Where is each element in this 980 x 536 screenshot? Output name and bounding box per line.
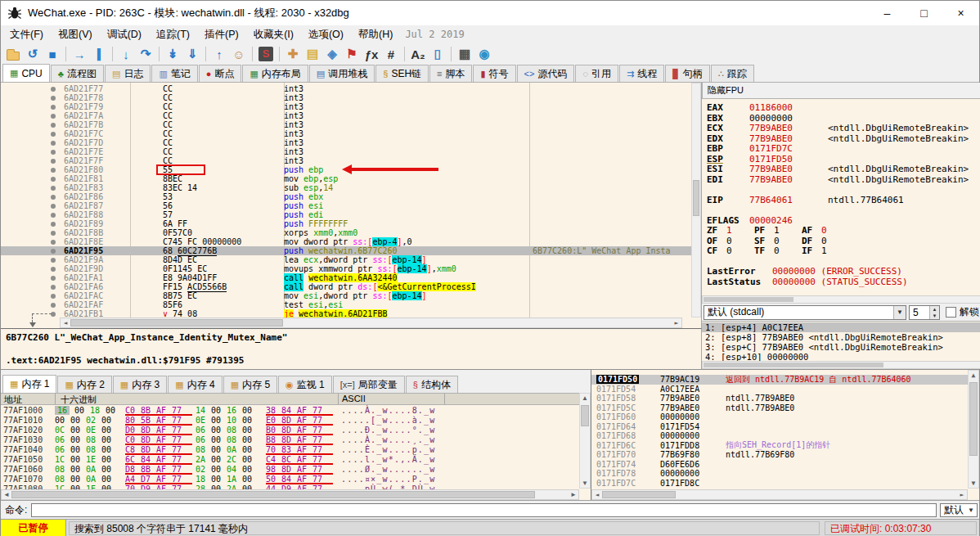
menu-item[interactable]: 调试(D): [100, 29, 149, 40]
disasm-row[interactable]: 6AD21F77CCint3: [1, 84, 691, 93]
disasm-hscrollbar[interactable]: ◄ ►: [60, 318, 682, 328]
stack-row[interactable]: 0171FD5077B9AC19返回到 ntdll.77B9AC19 自 ntd…: [591, 375, 979, 385]
breakpoint-dot-icon[interactable]: [47, 120, 60, 129]
flag-name[interactable]: OF: [707, 236, 726, 246]
breakpoint-dot-icon[interactable]: [47, 210, 60, 219]
flag-name[interactable]: ZF: [707, 225, 726, 236]
register-value[interactable]: 77B9ABE0: [749, 164, 828, 174]
comments-icon[interactable]: ▤: [303, 45, 321, 63]
flag-value[interactable]: 1: [726, 225, 754, 236]
register-name[interactable]: EBX: [707, 113, 749, 124]
menu-item[interactable]: 选项(O): [301, 29, 351, 40]
menu-item[interactable]: 帮助(H): [351, 29, 400, 40]
run-icon[interactable]: →: [70, 45, 88, 63]
tab-log[interactable]: ▤日志: [105, 65, 151, 82]
register-value[interactable]: 00000246: [749, 215, 828, 226]
disasm-row[interactable]: 6AD21FAC8B75 ECmov esi,dword ptr ss:[ebp…: [1, 291, 691, 300]
breakpoint-dot-icon[interactable]: [47, 228, 60, 237]
flag-value[interactable]: 1: [821, 245, 849, 256]
register-name[interactable]: EIP: [707, 195, 749, 205]
tab-breakpoints[interactable]: ●断点: [199, 65, 242, 82]
dump-row[interactable]: 77AF10501C001E006C84AF772A002C00C48CAF77…: [1, 455, 591, 465]
step-over-icon[interactable]: ↷: [137, 45, 155, 63]
flag-value[interactable]: 0: [774, 245, 802, 256]
flag-value[interactable]: 0: [821, 225, 849, 236]
register-name[interactable]: EDX: [707, 133, 749, 144]
disasm-row[interactable]: 6AD21F8EC745 FC 00000000mov dword ptr ss…: [1, 237, 691, 246]
disasm-row[interactable]: 6AD21F78CCint3: [1, 93, 691, 102]
labels-icon[interactable]: ◈: [323, 45, 341, 63]
menu-item[interactable]: 收藏夹(I): [246, 29, 301, 40]
tab-seh[interactable]: §SEH链: [375, 65, 429, 82]
stack-row[interactable]: 0171FD5C77B9ABE0ntdll.77B9ABE0: [591, 403, 979, 413]
argument-row[interactable]: 1: [esp+4] A0C17EEA: [702, 322, 980, 332]
disasm-row[interactable]: 6AD21FA6FF15 ACD5566Bcall dword ptr ds:[…: [1, 282, 691, 291]
register-value[interactable]: 00000000 (STATUS_SUCCESS): [772, 277, 908, 287]
disasm-row[interactable]: 6AD21FAF85F6test esi,esi: [1, 300, 691, 309]
menu-item[interactable]: 追踪(T): [149, 29, 197, 40]
register-name[interactable]: EFLAGS: [707, 215, 749, 226]
tab-dump-5[interactable]: ▦内存 5: [223, 376, 277, 393]
tab-symbols[interactable]: ▮符号: [473, 65, 515, 82]
restart-icon[interactable]: ↺: [24, 45, 42, 63]
registers-hscrollbar[interactable]: [702, 295, 980, 304]
patches-icon[interactable]: ✚: [284, 45, 302, 63]
register-name[interactable]: LastStatus: [707, 277, 772, 287]
disasm-row[interactable]: 6AD21F79CCint3: [1, 102, 691, 111]
dump-row[interactable]: 77AF103006000800C08DAF7706000800B88DAF77…: [1, 435, 591, 445]
flag-name[interactable]: SF: [754, 236, 774, 246]
disasm-row[interactable]: 6AD21F7BCCint3: [1, 120, 691, 129]
breakpoint-dot-icon[interactable]: [47, 165, 60, 174]
flag-value[interactable]: 0: [821, 236, 849, 246]
breakpoint-dot-icon[interactable]: [47, 201, 60, 210]
dump-row[interactable]: 77AF100016001800C08BAF77140016003884AF77…: [1, 406, 591, 416]
arguments-view[interactable]: 1: [esp+4] A0C17EEA2: [esp+8] 77B9ABE0 <…: [702, 321, 980, 361]
tab-handles[interactable]: ▊句柄: [665, 65, 709, 82]
disasm-row[interactable]: 6AD21F9A8D4D EClea ecx,dword ptr ss:[ebp…: [1, 255, 691, 264]
breakpoint-dot-icon[interactable]: [47, 273, 60, 282]
flag-name[interactable]: DF: [802, 236, 821, 246]
flag-name[interactable]: AF: [802, 225, 821, 236]
breakpoint-dot-icon[interactable]: [47, 264, 60, 273]
flag-value[interactable]: 0: [726, 245, 754, 256]
dump-row[interactable]: 77AF101000000200805BAF770E001000E08DAF77…: [1, 416, 591, 426]
disasm-row[interactable]: 6AD21F896A FFpush FFFFFFFF: [1, 219, 691, 228]
register-name[interactable]: EBP: [707, 143, 749, 154]
menu-item[interactable]: 视图(V): [51, 29, 100, 40]
stack-row[interactable]: 0171FD54A0C17EEA: [591, 385, 979, 394]
disasm-row[interactable]: 6AD21F8857push edi: [1, 210, 691, 219]
disasm-row[interactable]: 6AD21FA1E8 9A04D1FFcall wechatwin.6AA324…: [1, 273, 691, 282]
argument-row[interactable]: 4: [esp+10] 00000000: [702, 352, 980, 361]
menu-item[interactable]: 插件(P): [197, 29, 246, 40]
stack-row[interactable]: 0171FD7C0171FD8C: [591, 479, 979, 489]
tab-graph[interactable]: ♣流程图: [51, 65, 104, 82]
breakpoint-dot-icon[interactable]: [47, 84, 60, 93]
register-name[interactable]: ESI: [707, 164, 749, 174]
breakpoint-dot-icon[interactable]: [47, 156, 60, 165]
dump-vscrollbar[interactable]: ▲ ▼: [579, 393, 591, 489]
register-value[interactable]: 0171FD50: [749, 154, 828, 164]
calculator-icon[interactable]: ▦: [456, 45, 474, 63]
flag-value[interactable]: 0: [726, 236, 754, 246]
trace-over-icon[interactable]: ⇓: [183, 45, 201, 63]
command-input[interactable]: [31, 503, 937, 517]
disasm-row[interactable]: 6AD21F7DCCint3: [1, 138, 691, 147]
breakpoint-dot-icon[interactable]: [47, 102, 60, 111]
tab-call-stack[interactable]: ▤调用堆栈: [309, 65, 375, 82]
register-value[interactable]: 77B9ABE0: [749, 174, 828, 185]
run-to-user-code-icon[interactable]: ☺: [230, 45, 248, 63]
tab-trace[interactable]: ∴跟踪: [711, 65, 754, 82]
register-name[interactable]: EDI: [707, 174, 749, 185]
command-profile-select[interactable]: 默认 ▼: [940, 503, 978, 517]
arguments-hscrollbar[interactable]: [702, 361, 980, 369]
tab-references[interactable]: ◌引用: [575, 65, 618, 82]
register-value[interactable]: 77B64061: [749, 195, 828, 205]
dump-row[interactable]: 77AF106008000A00D88BAF7702000400988DAF77…: [1, 465, 591, 475]
breakpoint-dot-icon[interactable]: [47, 282, 60, 291]
flag-value[interactable]: 1: [774, 225, 802, 236]
dump-row[interactable]: 77AF10200C000E00D08DAF7706000800B08DAF77…: [1, 426, 591, 435]
flag-name[interactable]: PF: [754, 225, 774, 236]
register-name[interactable]: LastError: [707, 266, 772, 277]
stack-row[interactable]: 0171FD7800000000: [591, 469, 979, 479]
open-file-icon[interactable]: [4, 45, 22, 63]
